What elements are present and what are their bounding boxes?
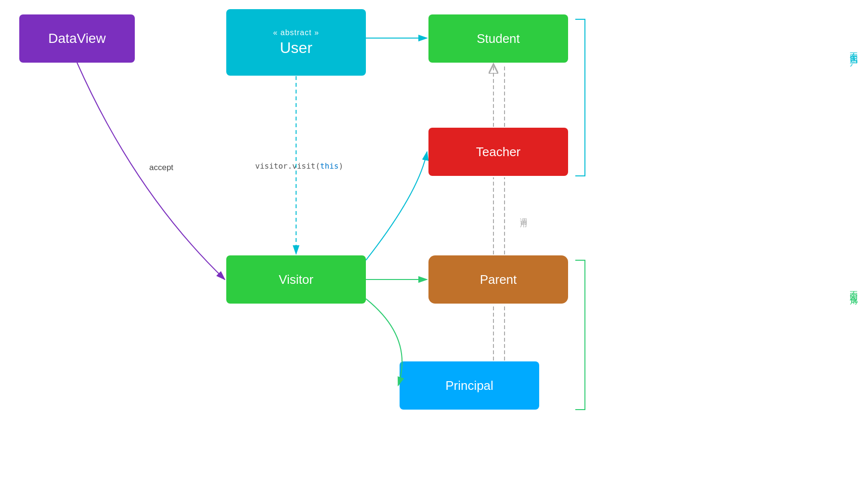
bracket-users-label: 不同用户 [848,46,859,53]
bracket-views-label: 不同视角 [848,284,859,292]
box-principal: Principal [400,361,539,410]
parent-label: Parent [480,272,517,287]
box-parent: Parent [428,255,568,304]
box-dataview: DataView [19,14,135,63]
principal-label: Principal [445,378,493,393]
diaoyong-label: 调用 [519,212,528,218]
diagram-container: DataView « abstract » User Student Teach… [0,0,868,479]
user-label: User [280,39,312,57]
visitor-label: Visitor [279,272,313,287]
dataview-label: DataView [48,31,105,46]
box-teacher: Teacher [428,128,568,176]
accept-label: accept [149,163,173,173]
student-label: Student [477,31,520,46]
visitor-visit-label: visitor.visit(this) [255,161,343,171]
box-user: « abstract » User [226,9,366,76]
box-visitor: Visitor [226,255,366,304]
teacher-label: Teacher [476,145,521,160]
abstract-label: « abstract » [273,28,319,37]
box-student: Student [428,14,568,63]
